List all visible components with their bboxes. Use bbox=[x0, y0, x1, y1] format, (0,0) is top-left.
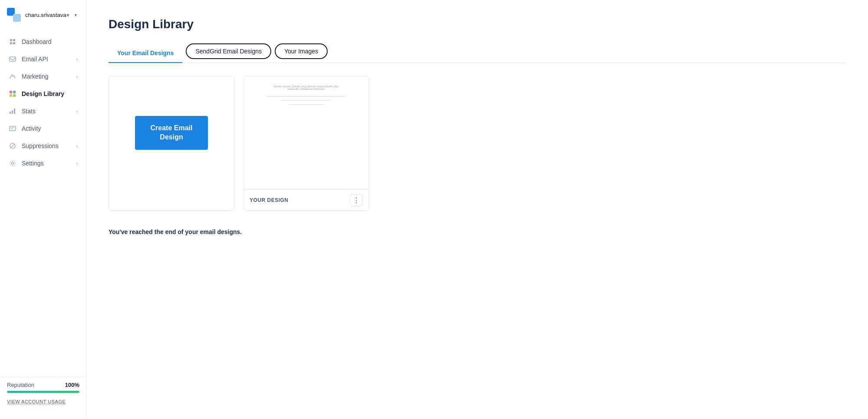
template-line bbox=[266, 96, 345, 97]
reputation-value: 100% bbox=[65, 382, 79, 388]
template-line bbox=[289, 104, 323, 105]
sidebar: charu.srivastava+ ▾ Dashboard Email API … bbox=[0, 0, 87, 419]
sidebar-item-label: Dashboard bbox=[22, 38, 78, 45]
svg-rect-3 bbox=[13, 91, 16, 93]
chevron-down-icon: › bbox=[76, 143, 78, 148]
create-email-design-button[interactable]: Create EmailDesign bbox=[135, 116, 208, 150]
sidebar-item-design-library[interactable]: Design Library bbox=[0, 85, 86, 102]
stats-icon bbox=[9, 107, 16, 115]
design-library-icon bbox=[9, 90, 16, 98]
svg-rect-4 bbox=[10, 94, 12, 97]
design-name: YOUR DESIGN bbox=[250, 197, 289, 203]
sidebar-item-label: Settings bbox=[22, 160, 71, 167]
chevron-down-icon: › bbox=[76, 109, 78, 114]
sidebar-item-stats[interactable]: Stats › bbox=[0, 102, 86, 120]
chevron-down-icon: › bbox=[76, 74, 78, 79]
svg-rect-9 bbox=[10, 126, 16, 131]
sidebar-item-label: Stats bbox=[22, 108, 71, 115]
account-chevron-icon: ▾ bbox=[75, 13, 77, 17]
svg-rect-8 bbox=[14, 109, 15, 114]
suppressions-icon bbox=[9, 142, 16, 150]
sidebar-item-label: Activity bbox=[22, 125, 78, 132]
sidebar-item-marketing[interactable]: Marketing › bbox=[0, 68, 86, 85]
reputation-bar-fill bbox=[7, 391, 79, 393]
svg-rect-6 bbox=[10, 112, 11, 114]
svg-rect-5 bbox=[13, 94, 16, 97]
view-account-usage-link[interactable]: VIEW ACCOUNT USAGE bbox=[7, 399, 66, 404]
create-design-card[interactable]: Create EmailDesign bbox=[108, 76, 234, 211]
sidebar-item-email-api[interactable]: Email API › bbox=[0, 50, 86, 68]
sidebar-item-label: Marketing bbox=[22, 73, 71, 80]
tab-your-images[interactable]: Your Images bbox=[275, 43, 328, 59]
chevron-down-icon: › bbox=[76, 56, 78, 62]
activity-icon bbox=[9, 125, 16, 132]
svg-rect-7 bbox=[12, 110, 13, 114]
email-api-icon bbox=[9, 55, 16, 63]
sidebar-bottom: Reputation 100% VIEW ACCOUNT USAGE bbox=[0, 376, 86, 410]
template-preview: {{Sender_Name}}, {{Sender_City}}, {{Send… bbox=[243, 76, 368, 189]
design-menu-button[interactable]: ⋮ bbox=[350, 194, 362, 206]
designs-grid: Create EmailDesign {{Sender_Name}}, {{Se… bbox=[108, 76, 846, 211]
sidebar-item-label: Suppressions bbox=[22, 142, 71, 149]
svg-point-1 bbox=[10, 78, 10, 79]
sidebar-nav: Dashboard Email API › Marketing › bbox=[0, 30, 86, 376]
reputation-row: Reputation 100% bbox=[7, 382, 79, 388]
create-card-preview: Create EmailDesign bbox=[109, 76, 234, 189]
tab-sendgrid-email-designs[interactable]: SendGrid Email Designs bbox=[186, 43, 271, 59]
reputation-label: Reputation bbox=[7, 382, 34, 388]
sidebar-item-suppressions[interactable]: Suppressions › bbox=[0, 137, 86, 155]
design-preview: {{Sender_Name}}, {{Sender_City}}, {{Send… bbox=[243, 76, 368, 189]
main-content: Design Library Your Email Designs SendGr… bbox=[87, 0, 868, 419]
tab-your-email-designs[interactable]: Your Email Designs bbox=[108, 43, 182, 63]
sidebar-logo[interactable]: charu.srivastava+ ▾ bbox=[0, 0, 86, 30]
page-title: Design Library bbox=[108, 17, 846, 31]
sidebar-item-label: Design Library bbox=[22, 90, 78, 97]
chevron-down-icon: › bbox=[76, 161, 78, 166]
sidebar-item-label: Email API bbox=[22, 56, 71, 63]
dashboard-icon bbox=[9, 38, 16, 46]
account-name: charu.srivastava+ bbox=[25, 12, 69, 18]
sidebar-item-dashboard[interactable]: Dashboard bbox=[0, 33, 86, 50]
svg-line-13 bbox=[11, 144, 15, 148]
end-message: You've reached the end of your email des… bbox=[108, 228, 846, 235]
svg-rect-2 bbox=[10, 91, 12, 93]
svg-point-14 bbox=[12, 162, 14, 165]
reputation-bar bbox=[7, 391, 79, 393]
existing-design-card[interactable]: {{Sender_Name}}, {{Sender_City}}, {{Send… bbox=[243, 76, 369, 211]
template-line bbox=[281, 100, 331, 101]
logo-icon bbox=[7, 8, 21, 22]
design-card-meta: YOUR DESIGN ⋮ bbox=[243, 189, 368, 211]
marketing-icon bbox=[9, 73, 16, 80]
sidebar-item-settings[interactable]: Settings › bbox=[0, 155, 86, 172]
svg-rect-0 bbox=[10, 57, 16, 61]
tabs-bar: Your Email Designs SendGrid Email Design… bbox=[108, 43, 846, 63]
sidebar-item-activity[interactable]: Activity bbox=[0, 120, 86, 137]
settings-icon bbox=[9, 159, 16, 167]
